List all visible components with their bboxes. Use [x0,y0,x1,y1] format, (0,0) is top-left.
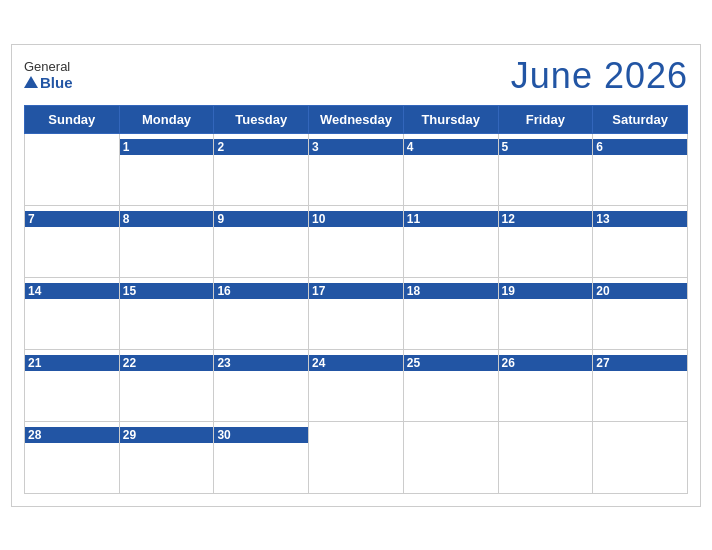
logo: General Blue [24,60,73,91]
calendar-grid: Sunday Monday Tuesday Wednesday Thursday… [24,105,688,494]
day-number-20: 20 [593,283,687,299]
day-number-8: 8 [120,211,214,227]
calendar-cell-w4-d2: 22 [119,349,214,421]
calendar-cell-w3-d2: 15 [119,277,214,349]
day-number-30: 30 [214,427,308,443]
day-number-25: 25 [404,355,498,371]
calendar-cell-w3-d3: 16 [214,277,309,349]
calendar-cell-w3-d7: 20 [593,277,688,349]
calendar-cell-w1-d2: 1 [119,133,214,205]
header-thursday: Thursday [403,105,498,133]
header-sunday: Sunday [25,105,120,133]
day-number-16: 16 [214,283,308,299]
calendar-cell-w5-d3: 30 [214,421,309,493]
logo-blue-text: Blue [24,74,73,91]
day-number-27: 27 [593,355,687,371]
calendar-cell-w4-d5: 25 [403,349,498,421]
calendar-cell-w3-d1: 14 [25,277,120,349]
day-number-19: 19 [499,283,593,299]
calendar-cell-w2-d3: 9 [214,205,309,277]
day-number-26: 26 [499,355,593,371]
week-row-2: 78910111213 [25,205,688,277]
calendar-header: General Blue June 2026 [24,55,688,97]
calendar-cell-w1-d7: 6 [593,133,688,205]
weekday-header-row: Sunday Monday Tuesday Wednesday Thursday… [25,105,688,133]
calendar-cell-w2-d5: 11 [403,205,498,277]
calendar-cell-w2-d4: 10 [309,205,404,277]
calendar-cell-w1-d5: 4 [403,133,498,205]
calendar-cell-w4-d7: 27 [593,349,688,421]
calendar-title: June 2026 [511,55,688,97]
calendar-container: General Blue June 2026 Sunday Monday Tue… [11,44,701,507]
calendar-cell-w5-d6 [498,421,593,493]
day-number-9: 9 [214,211,308,227]
calendar-cell-w5-d2: 29 [119,421,214,493]
day-number-24: 24 [309,355,403,371]
calendar-cell-w3-d5: 18 [403,277,498,349]
calendar-cell-w2-d1: 7 [25,205,120,277]
day-number-3: 3 [309,139,403,155]
calendar-cell-w1-d6: 5 [498,133,593,205]
header-wednesday: Wednesday [309,105,404,133]
day-number-2: 2 [214,139,308,155]
calendar-cell-w2-d2: 8 [119,205,214,277]
calendar-cell-w1-d1 [25,133,120,205]
day-number-4: 4 [404,139,498,155]
day-number-15: 15 [120,283,214,299]
logo-triangle-icon [24,76,38,88]
calendar-cell-w5-d5 [403,421,498,493]
calendar-cell-w5-d4 [309,421,404,493]
header-monday: Monday [119,105,214,133]
calendar-cell-w4-d1: 21 [25,349,120,421]
day-number-18: 18 [404,283,498,299]
calendar-cell-w3-d4: 17 [309,277,404,349]
calendar-cell-w1-d3: 2 [214,133,309,205]
calendar-cell-w2-d7: 13 [593,205,688,277]
calendar-cell-w2-d6: 12 [498,205,593,277]
day-number-14: 14 [25,283,119,299]
day-number-17: 17 [309,283,403,299]
week-row-5: 282930 [25,421,688,493]
day-number-10: 10 [309,211,403,227]
day-number-5: 5 [499,139,593,155]
header-tuesday: Tuesday [214,105,309,133]
header-saturday: Saturday [593,105,688,133]
day-number-6: 6 [593,139,687,155]
day-number-13: 13 [593,211,687,227]
week-row-3: 14151617181920 [25,277,688,349]
calendar-cell-w4-d3: 23 [214,349,309,421]
day-number-22: 22 [120,355,214,371]
day-number-7: 7 [25,211,119,227]
day-number-11: 11 [404,211,498,227]
calendar-cell-w4-d6: 26 [498,349,593,421]
calendar-cell-w5-d1: 28 [25,421,120,493]
calendar-cell-w4-d4: 24 [309,349,404,421]
calendar-cell-w5-d7 [593,421,688,493]
day-number-29: 29 [120,427,214,443]
day-number-1: 1 [120,139,214,155]
calendar-cell-w1-d4: 3 [309,133,404,205]
week-row-1: 123456 [25,133,688,205]
day-number-23: 23 [214,355,308,371]
header-friday: Friday [498,105,593,133]
day-number-12: 12 [499,211,593,227]
week-row-4: 21222324252627 [25,349,688,421]
logo-general-text: General [24,60,70,74]
calendar-cell-w3-d6: 19 [498,277,593,349]
day-number-28: 28 [25,427,119,443]
day-number-21: 21 [25,355,119,371]
